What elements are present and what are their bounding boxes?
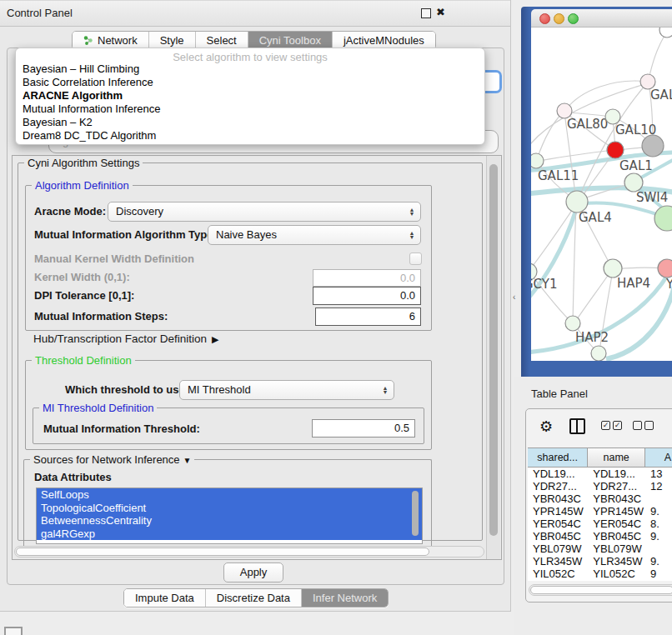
- unselect-all-columns-icon[interactable]: [633, 421, 654, 430]
- columns-icon[interactable]: [569, 418, 585, 434]
- algorithm-option[interactable]: Basic Correlation Inference: [16, 76, 484, 89]
- table-cell: 13: [645, 468, 672, 480]
- mi-type-combo[interactable]: Naive Bayes ▲▼: [208, 225, 421, 245]
- algorithm-popup-placeholder: Select algorithm to view settings: [16, 51, 484, 63]
- table-row[interactable]: YBR043CYBR043C: [528, 492, 672, 505]
- stepper-arrows-icon: ▲▼: [380, 382, 390, 397]
- algorithm-option[interactable]: Bayesian – Hill Climbing: [16, 62, 484, 76]
- tab-discretize-data[interactable]: Discretize Data: [206, 589, 302, 607]
- table-row[interactable]: YLR345WYLR345W9.: [528, 555, 672, 568]
- table-hscroll-thumb[interactable]: [530, 586, 672, 594]
- table-row[interactable]: YIL052CYIL052C9: [528, 568, 672, 580]
- table-cell: YBL079W: [588, 542, 645, 555]
- table-cell: YDR27...: [528, 480, 588, 492]
- manual-kernel-checkbox[interactable]: [409, 252, 422, 265]
- data-attribute-item[interactable]: BetweennessCentrality: [37, 514, 422, 528]
- algorithm-definition-title: Algorithm Definition: [32, 179, 133, 192]
- tab-impute-data[interactable]: Impute Data: [124, 589, 206, 607]
- network-node-hap2[interactable]: [565, 316, 580, 331]
- control-panel-titlebar: Control Panel ✖: [0, 0, 510, 27]
- threshold-definition-title: Threshold Definition: [32, 354, 135, 367]
- algorithm-option[interactable]: Bayesian – K2: [16, 116, 484, 129]
- settings-vscroll-track[interactable]: [486, 156, 500, 559]
- algorithm-popup-list: Bayesian – Hill ClimbingBasic Correlatio…: [16, 62, 484, 142]
- threshold-definition-group: Threshold Definition Which threshold to …: [25, 360, 432, 450]
- settings-hscroll-thumb[interactable]: [16, 548, 429, 556]
- table-toolbar: ⚙ ✓✓: [526, 409, 672, 444]
- which-threshold-combo[interactable]: MI Threshold ▲▼: [179, 380, 394, 400]
- tab-jactivemnodules[interactable]: jActiveMNodules: [333, 32, 435, 49]
- settings-scroll-area: Cyni Algorithm Settings Algorithm Defini…: [12, 155, 502, 560]
- node-label: GCY1: [531, 277, 558, 292]
- tab-infer-network[interactable]: Infer Network: [302, 589, 388, 607]
- mi-threshold-field[interactable]: 0.5: [312, 419, 415, 438]
- settings-hscroll-track[interactable]: [14, 546, 484, 558]
- minimize-window-icon[interactable]: [554, 13, 564, 24]
- network-node-y[interactable]: [658, 259, 672, 278]
- kernel-width-value: 0.0: [400, 272, 415, 284]
- close-window-icon[interactable]: [539, 13, 550, 24]
- table-cell: 9.: [645, 530, 672, 542]
- network-node[interactable]: [659, 28, 672, 38]
- algorithm-option[interactable]: ARACNE Algorithm: [16, 89, 484, 102]
- table-cell: YBR043C: [588, 492, 645, 505]
- table-cell: YBR043C: [528, 492, 588, 505]
- mi-steps-field[interactable]: 6: [315, 308, 421, 326]
- data-attribute-item[interactable]: TopologicalCoefficient: [37, 502, 422, 515]
- float-panel-icon[interactable]: [421, 8, 431, 18]
- table-cell: YER054C: [528, 518, 588, 530]
- table-row[interactable]: YBR045CYBR045C9.: [528, 530, 672, 542]
- gear-icon[interactable]: ⚙: [539, 418, 553, 436]
- data-attribute-item[interactable]: gal4RGexp: [37, 528, 422, 541]
- table-row[interactable]: YDR27...YDR27...12: [528, 480, 672, 492]
- network-window-titlebar[interactable]: [531, 9, 672, 28]
- kernel-width-field[interactable]: 0.0: [313, 269, 421, 287]
- select-all-columns-icon[interactable]: ✓✓: [601, 421, 622, 430]
- node-label: GAL: [650, 88, 672, 102]
- cyni-algorithm-settings-group: Cyni Algorithm Settings Algorithm Defini…: [18, 162, 483, 541]
- hub-definition-toggle[interactable]: Hub/Transcription Factor Definition▶: [33, 332, 219, 345]
- column-header[interactable]: A: [645, 448, 672, 467]
- node-table: shared...nameA YDL19...YDL19...13YDR27..…: [528, 448, 672, 581]
- table-cell: YIL052C: [528, 568, 588, 580]
- algorithm-option[interactable]: Dream8 DC_TDC Algorithm: [16, 129, 484, 142]
- tab-network[interactable]: Network: [73, 32, 149, 49]
- tab-label: Discretize Data: [217, 592, 290, 604]
- network-node[interactable]: [654, 206, 672, 231]
- network-node-gal1[interactable]: [607, 142, 624, 158]
- data-attribute-item[interactable]: SelfLoops: [37, 488, 422, 502]
- panel-divider-handle[interactable]: ‹: [513, 292, 515, 302]
- bottom-tab-bar: Impute DataDiscretize DataInfer Network: [123, 588, 389, 608]
- table-row[interactable]: YPR145WYPR145W9.: [528, 505, 672, 518]
- minimized-panel-icon[interactable]: [4, 627, 23, 635]
- table-cell: [645, 492, 672, 505]
- network-node-gal11[interactable]: [531, 153, 544, 168]
- control-panel-window: Control Panel ✖ NetworkStyleSelectCyni T…: [0, 0, 511, 612]
- tab-style[interactable]: Style: [149, 32, 196, 49]
- table-row[interactable]: YER054CYER054C8.: [528, 518, 672, 530]
- dpi-tolerance-field[interactable]: 0.0: [313, 287, 421, 305]
- table-panel-card: ⚙ ✓✓ shared...nameA YDL19...YDL19...13YD…: [525, 408, 672, 602]
- table-row[interactable]: YDL19...YDL19...13: [528, 468, 672, 480]
- algorithm-option[interactable]: Mutual Information Inference: [16, 102, 484, 116]
- network-canvas[interactable]: GALGAL80GAL10GAL1GAL11SWI4GAL4GCY1HAP4YH…: [531, 28, 672, 361]
- network-node[interactable]: [642, 135, 664, 157]
- apply-button[interactable]: Apply: [223, 562, 283, 582]
- table-cell: 9.: [645, 555, 672, 568]
- list-scrollbar-thumb[interactable]: [412, 491, 419, 536]
- network-node[interactable]: [591, 346, 606, 361]
- settings-vscroll-thumb[interactable]: [489, 164, 498, 536]
- column-header[interactable]: shared...: [528, 448, 588, 467]
- aracne-mode-combo[interactable]: Discovery ▲▼: [108, 202, 421, 222]
- table-panel-title: Table Panel: [531, 388, 588, 400]
- tab-cyni-toolbox[interactable]: Cyni Toolbox: [248, 32, 333, 49]
- network-node-swi4[interactable]: [624, 173, 643, 192]
- network-node-hap4[interactable]: [604, 259, 622, 278]
- table-row[interactable]: YBL079WYBL079W: [528, 542, 672, 555]
- table-hscroll-track[interactable]: [529, 584, 672, 596]
- column-header[interactable]: name: [588, 448, 645, 467]
- close-panel-icon[interactable]: ✖: [436, 6, 445, 18]
- zoom-window-icon[interactable]: [568, 13, 579, 24]
- tab-select[interactable]: Select: [196, 32, 248, 49]
- algorithm-definition-group: Algorithm Definition Aracne Mode: Discov…: [25, 185, 432, 331]
